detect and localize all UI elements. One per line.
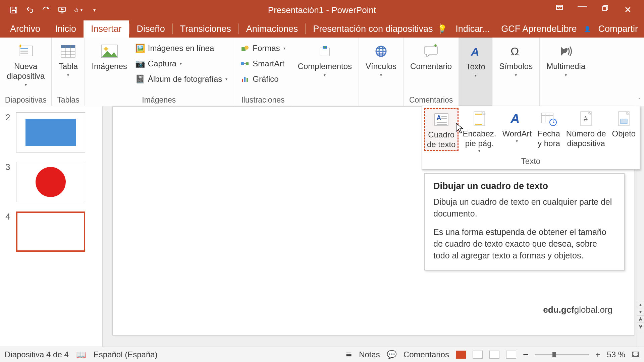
smartart-button[interactable]: SmartArt: [240, 58, 286, 70]
save-icon[interactable]: [9, 6, 18, 14]
view-slideshow-icon[interactable]: [506, 351, 516, 359]
smartart-icon: [240, 60, 249, 67]
formas-button[interactable]: Formas ▾: [240, 42, 286, 54]
svg-rect-38: [441, 118, 447, 119]
vinculos-button[interactable]: Vínculos ▾: [364, 41, 398, 79]
redo-icon[interactable]: [42, 6, 50, 14]
svg-rect-9: [20, 51, 28, 52]
slide-thumbnails: 2 3 4: [0, 106, 103, 347]
thumb-slide-2[interactable]: [16, 112, 85, 153]
svg-rect-22: [241, 62, 244, 65]
simbolos-button[interactable]: Ω Símbolos ▾: [497, 41, 535, 79]
imagenes-button[interactable]: Imágenes: [90, 41, 129, 73]
objeto-button[interactable]: Objeto: [610, 108, 638, 139]
online-pictures-icon: 🖼️: [136, 45, 145, 52]
svg-rect-23: [246, 62, 249, 65]
imagenes-en-linea-button[interactable]: 🖼️ Imágenes en línea: [135, 42, 228, 54]
thumb-number-2: 2: [5, 112, 12, 123]
complementos-label: Complementos: [298, 62, 352, 71]
status-language[interactable]: Español (España): [94, 350, 158, 359]
wordart-button[interactable]: A WordArt ▾: [500, 108, 534, 144]
links-icon: [371, 42, 391, 60]
comments-status-icon: 💬: [387, 350, 397, 359]
ribbon-tabs: Archivo Inicio Insertar Diseño Transicio…: [0, 20, 644, 38]
thumb-slide-4[interactable]: [16, 212, 85, 252]
restore-icon[interactable]: [600, 5, 610, 15]
smartart-label: SmartArt: [253, 59, 284, 68]
group-complementos: Complementos ▾: [291, 38, 359, 106]
slideshow-start-icon[interactable]: [58, 6, 66, 14]
view-reading-icon[interactable]: [489, 351, 499, 359]
blue-rectangle-icon: [25, 119, 76, 146]
texto-button[interactable]: A Texto ▾: [464, 41, 487, 79]
object-icon: [614, 110, 634, 128]
qat-customize-icon[interactable]: ▾: [90, 6, 99, 14]
comentario-button[interactable]: + Comentario: [408, 41, 454, 73]
red-circle-icon: [36, 167, 66, 197]
close-icon[interactable]: ✕: [623, 5, 633, 15]
tab-gcf[interactable]: GCF AprendeLibre: [497, 20, 581, 38]
numero-diapositiva-button[interactable]: # Número de diapositiva: [564, 108, 608, 149]
tab-archivo[interactable]: Archivo: [3, 20, 48, 38]
complementos-button[interactable]: Complementos ▾: [296, 41, 354, 79]
view-sorter-icon[interactable]: [473, 351, 483, 359]
view-normal-icon[interactable]: [456, 351, 466, 359]
tab-presentacion[interactable]: Presentación con diapositivas: [306, 20, 440, 38]
undo-icon[interactable]: [25, 6, 34, 14]
svg-rect-1: [12, 7, 15, 9]
tab-diseno[interactable]: Diseño: [129, 20, 172, 38]
zoom-in-button[interactable]: +: [595, 350, 600, 359]
window-controls: — ✕: [555, 0, 643, 15]
tabla-button[interactable]: Tabla ▾: [56, 41, 80, 79]
group-label-ilustraciones: Ilustraciones: [241, 96, 284, 105]
fit-to-window-icon[interactable]: [632, 350, 639, 359]
zoom-slider[interactable]: [535, 354, 589, 355]
screenshot-icon: 📷: [136, 60, 145, 67]
cuadro-texto-button[interactable]: A Cuadro de texto: [424, 108, 459, 151]
svg-text:A: A: [510, 112, 520, 126]
simbolos-label: Símbolos: [499, 62, 533, 71]
notes-button[interactable]: Notas: [359, 350, 380, 359]
scroll-up-icon[interactable]: ▴: [637, 301, 644, 308]
tab-animaciones[interactable]: Animaciones: [239, 20, 306, 38]
spellcheck-icon[interactable]: 📖: [76, 350, 86, 359]
tab-tellme[interactable]: Indicar...: [451, 20, 494, 38]
tooltip-p2: Es una forma estupenda de obtener el tam…: [433, 226, 615, 261]
tab-compartir[interactable]: Compartir: [594, 20, 642, 38]
pictures-icon: [100, 42, 119, 60]
svg-point-28: [324, 46, 326, 48]
textbox-icon: A: [431, 111, 451, 129]
date-time-icon: [539, 110, 559, 128]
zoom-value[interactable]: 53 %: [607, 350, 625, 359]
next-slide-icon[interactable]: ⮟: [637, 323, 644, 330]
zoom-out-button[interactable]: −: [523, 349, 528, 360]
thumb-slide-3[interactable]: [16, 162, 85, 202]
tab-inicio[interactable]: Inicio: [48, 20, 84, 38]
vinculos-label: Vínculos: [366, 62, 396, 71]
ribbon-display-icon[interactable]: [555, 5, 564, 15]
comments-button[interactable]: Comentarios: [404, 350, 449, 359]
ribbon: ✦ Nueva diapositiva ▾ Diapositivas Tabla…: [0, 38, 644, 106]
header-footer-icon: [469, 110, 489, 128]
group-texto: A Texto ▾: [459, 38, 492, 106]
fecha-hora-button[interactable]: Fecha y hora: [536, 108, 562, 149]
encabez-button[interactable]: Encabez. pie pág. ▾: [461, 108, 498, 154]
tab-transiciones[interactable]: Transiciones: [173, 20, 238, 38]
svg-rect-27: [320, 48, 329, 56]
encabez-label: Encabez. pie pág.: [463, 129, 496, 148]
grafico-label: Gráfico: [253, 74, 278, 84]
prev-slide-icon[interactable]: ⮝: [637, 315, 644, 323]
nueva-diapositiva-button[interactable]: ✦ Nueva diapositiva ▾: [5, 41, 47, 88]
album-button[interactable]: 📓 Álbum de fotografías ▾: [135, 73, 228, 85]
grafico-button[interactable]: Gráfico: [240, 73, 286, 85]
touch-mode-icon[interactable]: ▾: [74, 6, 83, 14]
ribbon-collapse-icon[interactable]: ˄: [638, 97, 641, 104]
tab-insertar[interactable]: Insertar: [84, 20, 129, 38]
thumb-number-4: 4: [5, 212, 12, 222]
svg-rect-6: [603, 7, 607, 11]
minimize-icon[interactable]: —: [578, 5, 587, 15]
group-label-imagenes: Imágenes: [142, 96, 176, 105]
multimedia-button[interactable]: Multimedia ▾: [544, 41, 587, 79]
scroll-down-icon[interactable]: ▾: [637, 308, 644, 315]
captura-button[interactable]: 📷 Captura ▾: [135, 58, 228, 70]
